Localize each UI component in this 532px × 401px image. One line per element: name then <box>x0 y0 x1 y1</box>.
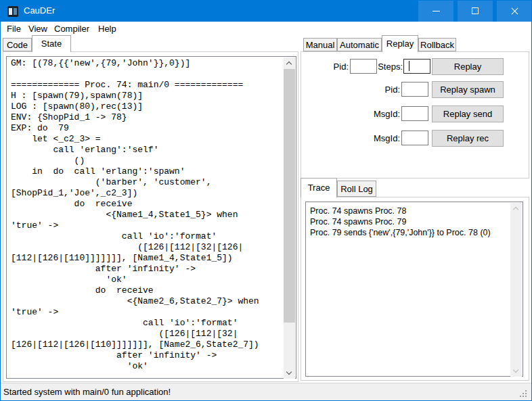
minimize-icon <box>433 11 440 11</box>
steps-input[interactable] <box>403 59 430 74</box>
menu-file[interactable]: File <box>7 24 21 34</box>
state-text: GM: [(78,{{'new',{79,'John'}},0})] =====… <box>7 58 283 377</box>
replay-spawn-button[interactable]: Replay spawn <box>432 81 504 98</box>
status-message: Started system with main/0 fun applicati… <box>3 387 171 397</box>
tab-code[interactable]: Code <box>3 38 32 51</box>
replay-rec-msgid-input[interactable] <box>401 131 428 145</box>
replay-button[interactable]: Replay <box>432 58 504 75</box>
pid-input[interactable] <box>350 59 377 74</box>
trace-textarea[interactable]: Proc. 74 spawns Proc. 78 Proc. 74 spawns… <box>305 202 523 377</box>
chevron-down-icon <box>286 369 292 375</box>
scroll-thumb[interactable] <box>284 69 295 323</box>
chevron-down-icon <box>513 367 518 373</box>
pid-label: Pid: <box>312 62 349 72</box>
statusbar: Started system with main/0 fun applicati… <box>1 383 531 401</box>
replay-rec-msgid-label: MsgId: <box>359 133 400 143</box>
replay-send-msgid-input[interactable] <box>401 106 428 121</box>
tab-replay[interactable]: Replay <box>382 35 418 52</box>
replay-rec-button[interactable]: Replay rec <box>432 130 504 147</box>
replay-send-button[interactable]: Replay send <box>432 105 504 122</box>
tab-rollback[interactable]: Rollback <box>418 38 456 51</box>
trace-text: Proc. 74 spawns Proc. 78 Proc. 74 spawns… <box>310 206 510 238</box>
minimize-button[interactable] <box>418 1 453 22</box>
tab-manual[interactable]: Manual <box>303 38 337 51</box>
trace-scroll-down-button[interactable] <box>510 365 522 377</box>
menu-view[interactable]: View <box>28 24 47 34</box>
tab-roll-log[interactable]: Roll Log <box>337 181 376 197</box>
tab-automatic[interactable]: Automatic <box>337 38 382 51</box>
chevron-up-icon <box>286 62 292 67</box>
trace-scrollbar[interactable] <box>510 203 522 377</box>
scroll-up-button[interactable] <box>284 57 295 69</box>
window-title: CauDEr <box>24 5 55 16</box>
tab-state[interactable]: State <box>32 35 71 52</box>
app-window: CauDEr File View Compiler Help Code Stat… <box>0 0 532 401</box>
titlebar: CauDEr <box>1 1 531 22</box>
close-button[interactable] <box>497 1 532 22</box>
state-textarea[interactable]: GM: [(78,{{'new',{79,'John'}},0})] =====… <box>6 56 296 379</box>
state-scrollbar[interactable] <box>284 57 295 379</box>
app-icon <box>7 6 18 17</box>
text-caret <box>409 61 409 71</box>
menu-help[interactable]: Help <box>98 24 116 34</box>
replay-spawn-pid-input[interactable] <box>401 82 428 97</box>
resize-grip-icon[interactable] <box>520 390 528 398</box>
scroll-down-button[interactable] <box>284 367 295 379</box>
menu-compiler[interactable]: Compiler <box>54 24 89 34</box>
steps-input-wrap <box>403 59 430 74</box>
tab-trace[interactable]: Trace <box>301 178 337 197</box>
menubar: File View Compiler Help <box>1 22 531 36</box>
chevron-up-icon <box>513 207 518 212</box>
replay-send-msgid-label: MsgId: <box>359 109 400 119</box>
trace-scroll-up-button[interactable] <box>510 203 522 214</box>
maximize-button[interactable] <box>458 1 493 22</box>
replay-spawn-pid-label: Pid: <box>359 85 400 95</box>
steps-label: Steps: <box>376 62 403 72</box>
maximize-icon <box>472 7 479 14</box>
